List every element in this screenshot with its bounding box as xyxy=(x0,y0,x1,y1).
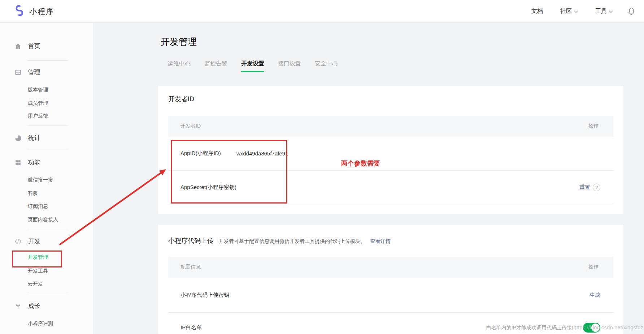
sidebar-item-subscribe-message[interactable]: 订阅消息 xyxy=(28,203,48,210)
top-nav: 文档 社区 工具 xyxy=(531,0,613,22)
annotation-callout-text: 两个参数需要 xyxy=(341,159,380,168)
sidebar-item-cloud-develop[interactable]: 云开发 xyxy=(28,281,43,287)
code-icon xyxy=(14,238,22,245)
tab-api-settings[interactable]: 接口设置 xyxy=(278,60,301,72)
column-actions: 操作 xyxy=(588,264,599,270)
code-upload-table-header: 配置信息 操作 xyxy=(168,257,613,278)
sidebar-item-manage[interactable]: 管理 xyxy=(14,68,40,76)
chevron-down-icon xyxy=(609,8,613,14)
column-actions: 操作 xyxy=(588,123,599,129)
view-details-link[interactable]: 查看详情 xyxy=(370,238,391,245)
annotation-arrow xyxy=(51,159,173,253)
ip-whitelist-label: IP白名单 xyxy=(180,324,202,331)
sidebar-divider xyxy=(28,60,68,61)
code-upload-card: 小程序代码上传 开发者可基于配置信息调用微信开发者工具提供的代码上传模块。 查看… xyxy=(158,225,623,334)
watermark-text: https://blog.csdn.net/xingsfdz xyxy=(574,324,643,330)
table-row-upload-key: 小程序代码上传密钥 生成 xyxy=(168,278,613,313)
pie-chart-icon xyxy=(14,134,22,142)
tab-bar: 运维中心 监控告警 开发设置 接口设置 安全中心 xyxy=(167,60,338,72)
sidebar-item-customer-service[interactable]: 客服 xyxy=(28,190,38,197)
code-upload-description: 开发者可基于配置信息调用微信开发者工具提供的代码上传模块。 xyxy=(219,238,365,245)
app-logo[interactable]: 小程序 xyxy=(14,5,54,18)
sidebar-divider xyxy=(28,150,68,150)
tab-monitor-alert[interactable]: 监控告警 xyxy=(204,60,227,72)
developer-id-table-header: 开发者ID 操作 xyxy=(168,116,613,137)
sidebar-item-develop-tools[interactable]: 开发工具 xyxy=(28,268,48,274)
code-upload-heading: 小程序代码上传 xyxy=(168,236,214,245)
sidebar-item-stats[interactable]: 统计 xyxy=(14,134,40,142)
sidebar-item-user-feedback[interactable]: 用户反馈 xyxy=(28,113,48,119)
chevron-down-icon xyxy=(574,8,578,14)
sidebar-item-miniprogram-review[interactable]: 小程序评测 xyxy=(28,321,53,327)
sidebar-item-features[interactable]: 功能 xyxy=(14,158,40,167)
tab-ops-center[interactable]: 运维中心 xyxy=(167,60,191,72)
home-icon xyxy=(14,43,22,50)
sidebar-item-wechat-search[interactable]: 微信搜一搜 xyxy=(28,177,53,183)
developer-id-heading: 开发者ID xyxy=(168,95,194,103)
mini-program-logo-icon xyxy=(14,5,25,18)
page-title: 开发管理 xyxy=(161,36,197,48)
upload-key-label: 小程序代码上传密钥 xyxy=(180,292,229,299)
annotation-box-appid-appsecret xyxy=(171,140,287,204)
help-question-icon[interactable]: ? xyxy=(593,184,600,191)
sidebar-divider xyxy=(28,293,68,293)
sidebar-item-growth[interactable]: 成长 xyxy=(14,302,40,310)
column-developer-id: 开发者ID xyxy=(180,123,201,129)
annotation-box-sidebar-develop-manage xyxy=(12,250,62,267)
sprout-icon xyxy=(14,303,22,310)
sidebar-item-home[interactable]: 首页 xyxy=(14,42,40,50)
sidebar-item-develop[interactable]: 开发 xyxy=(14,237,40,245)
nav-tools[interactable]: 工具 xyxy=(595,8,613,15)
nav-community[interactable]: 社区 xyxy=(560,8,578,15)
generate-key-link[interactable]: 生成 xyxy=(589,292,600,299)
sidebar-item-version-manage[interactable]: 版本管理 xyxy=(28,87,48,93)
notification-bell-icon[interactable] xyxy=(627,7,635,17)
table-row-ip-whitelist: IP白名单 白名单内的IP才能成功调用代码上传接口 xyxy=(168,313,613,334)
tab-dev-settings[interactable]: 开发设置 xyxy=(241,60,264,72)
sidebar-item-member-manage[interactable]: 成员管理 xyxy=(28,100,48,107)
sidebar-divider xyxy=(28,125,68,126)
top-bar: 小程序 文档 社区 工具 xyxy=(0,0,644,23)
nav-docs[interactable]: 文档 xyxy=(531,8,543,15)
logo-text: 小程序 xyxy=(29,7,54,17)
ip-whitelist-note: 白名单内的IP才能成功调用代码上传接口 xyxy=(486,325,577,331)
inbox-icon xyxy=(14,69,22,76)
column-config-info: 配置信息 xyxy=(180,264,201,270)
tab-security-center[interactable]: 安全中心 xyxy=(315,60,338,72)
grid-icon xyxy=(14,159,22,166)
reset-appsecret-link[interactable]: 重置 xyxy=(579,184,590,191)
